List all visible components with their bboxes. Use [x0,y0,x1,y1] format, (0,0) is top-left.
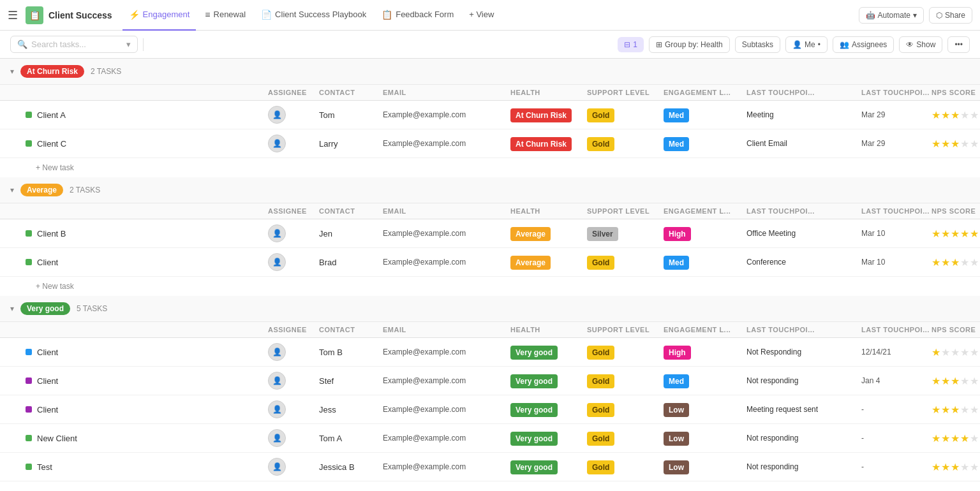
toolbar: 🔍 Search tasks... ▾ ⊟ 1 ⊞ Group by: Heal… [0,31,980,59]
email-cell: Example@example.com [383,258,510,267]
show-button[interactable]: 👁 Show [899,36,942,53]
tab-engagement[interactable]: ⚡ Engagement [122,0,197,31]
assignee-cell: 👤 [268,400,319,418]
tab-playbook[interactable]: 📄 Client Success Playbook [255,0,373,31]
task-name: Client [26,258,268,267]
health-cell: Very good [510,376,587,386]
avatar[interactable]: 👤 [268,253,286,271]
star-filled-icon: ★ [951,404,960,416]
task-dot-icon [26,140,32,147]
nps-stars: ★★★★★ [932,346,980,358]
assignee-cell: 👤 [268,106,319,124]
table-row[interactable]: Client 👤 Brad Example@example.com Averag… [0,248,980,277]
star-empty-icon: ★ [970,346,979,358]
engagement-badge: Low [664,403,689,417]
engagement-cell: Med [664,376,746,386]
assignee-cell: 👤 [268,253,319,271]
me-button[interactable]: 👤 Me • [785,36,828,53]
contact-cell: Brad [319,258,383,267]
group-toggle-average[interactable]: ▾ [10,186,14,194]
avatar[interactable]: 👤 [268,429,286,447]
touchpoint1-cell: Not responding [746,462,861,471]
task-label: Client [37,258,58,267]
support-badge: Gold [587,403,614,417]
col-headers-churn: ASSIGNEECONTACTEMAILHEALTHSUPPORT LEVELE… [0,85,980,101]
engagement-cell: Med [664,258,746,267]
nps-stars: ★★★★★ [932,375,980,387]
table-row[interactable]: Client 👤 Stef Example@example.com Very g… [0,367,980,395]
task-name: New Client [26,434,268,443]
nps-stars: ★★★★★ [932,432,980,444]
group-toggle-verygood[interactable]: ▾ [10,304,14,313]
table-row[interactable]: New Client 👤 Tom A Example@example.com V… [0,424,980,453]
star-empty-icon: ★ [960,375,969,387]
avatar[interactable]: 👤 [268,343,286,361]
table-row[interactable]: Client 👤 Tom B Example@example.com Very … [0,338,980,367]
col-header-3: HEALTH [510,326,587,333]
table-row[interactable]: Client A 👤 Tom Example@example.com At Ch… [0,101,980,129]
star-empty-icon: ★ [941,346,950,358]
col-header-0: ASSIGNEE [268,207,319,215]
group-task-count-churn: 2 TASKS [91,67,121,76]
touchpoint2-cell: Jan 4 [861,376,932,385]
contact-cell: Stef [319,376,383,386]
star-filled-icon: ★ [932,404,940,416]
star-empty-icon: ★ [960,138,969,150]
more-options-button[interactable]: ••• [947,36,970,53]
col-header-6: LAST TOUCHPOI... [746,89,861,96]
table-row[interactable]: Client B 👤 Jen Example@example.com Avera… [0,219,980,248]
star-filled-icon: ★ [932,346,940,358]
contact-cell: Larry [319,139,383,149]
health-cell: Very good [510,462,587,472]
health-cell: Very good [510,348,587,357]
touchpoint2-cell: Mar 29 [861,110,932,119]
email-cell: Example@example.com [383,376,510,385]
health-badge: Average [510,256,551,270]
engagement-badge: Low [664,460,689,474]
avatar[interactable]: 👤 [268,106,286,124]
star-empty-icon: ★ [970,109,979,121]
task-label: Client [37,405,58,414]
health-badge: Very good [510,374,558,388]
avatar[interactable]: 👤 [268,458,286,476]
touchpoint1-cell: Client Email [746,139,861,148]
subtasks-button[interactable]: Subtasks [735,36,780,53]
col-header-5: ENGAGEMENT L... [664,207,746,215]
health-cell: At Churn Risk [510,110,587,120]
table-row[interactable]: Client 👤 Jess Example@example.com Very g… [0,395,980,424]
support-cell: Gold [587,376,664,386]
avatar[interactable]: 👤 [268,372,286,390]
avatar[interactable]: 👤 [268,224,286,242]
star-filled-icon: ★ [941,109,950,121]
new-task-button[interactable]: + New task [0,158,980,177]
star-empty-icon: ★ [970,432,979,444]
new-task-button[interactable]: + New task [0,277,980,296]
col-header-1: CONTACT [319,89,383,96]
tab-add-view[interactable]: + View [463,0,500,31]
filter-button[interactable]: ⊟ 1 [618,37,644,52]
table-row[interactable]: Test 👤 Jessica B Example@example.com Ver… [0,453,980,481]
search-box[interactable]: 🔍 Search tasks... ▾ [10,36,138,53]
support-badge: Gold [587,374,614,388]
new-task-button[interactable]: + New task [0,481,980,486]
automate-icon: 🤖 [866,11,875,20]
tab-renewal[interactable]: ≡ Renewal [198,0,252,31]
star-filled-icon: ★ [932,256,940,268]
star-filled-icon: ★ [960,432,969,444]
avatar[interactable]: 👤 [268,400,286,418]
filter-icon: ⊟ [624,40,630,49]
task-dot-icon [26,230,32,237]
toolbar-separator [143,38,144,51]
group-by-button[interactable]: ⊞ Group by: Health [649,36,730,53]
share-button[interactable]: ⬡ Share [929,7,972,24]
col-header-4: SUPPORT LEVEL [587,207,664,215]
automate-button[interactable]: 🤖 Automate ▾ [859,7,924,24]
avatar[interactable]: 👤 [268,135,286,152]
hamburger-icon[interactable]: ☰ [8,8,18,22]
group-toggle-churn[interactable]: ▾ [10,67,14,76]
health-cell: Average [510,258,587,267]
table-row[interactable]: Client C 👤 Larry Example@example.com At … [0,129,980,158]
assignees-button[interactable]: 👥 Assignees [833,36,894,53]
col-header-3: HEALTH [510,89,587,96]
tab-feedback[interactable]: 📋 Feedback Form [375,0,460,31]
